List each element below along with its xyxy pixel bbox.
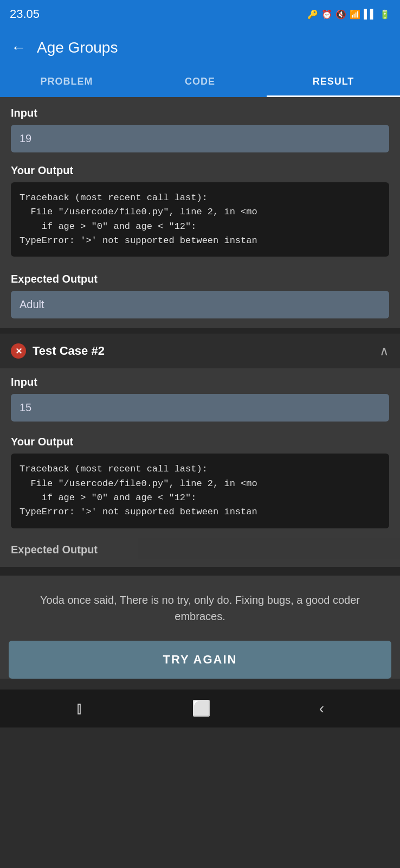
try-again-button[interactable]: TRY AGAIN [9,641,391,679]
input-value-1: 19 [11,125,389,152]
test-case-1-input-section: Input 19 [0,97,400,162]
yoda-text: Yoda once said, There is no try, only do… [16,592,384,624]
your-output-label-2: Your Output [11,436,389,448]
expected-output-value-1: Adult [11,291,389,318]
status-time: 23.05 [10,7,40,21]
nav-back-button[interactable]: ‹ [319,700,324,717]
mute-icon: 🔇 [336,9,346,20]
test-case-2-header: ✕ Test Case #2 ∧ [0,334,400,368]
chevron-up-icon[interactable]: ∧ [379,343,389,359]
your-output-value-2: Traceback (most recent call last): File … [11,454,389,528]
back-button[interactable]: ← [11,39,26,56]
battery-icon: 🔋 [379,9,390,20]
expected-output-partial-spacer [0,559,400,567]
your-output-label-1: Your Output [11,164,389,177]
tab-code[interactable]: CODE [133,67,267,96]
status-bar: 23.05 🔑 ⏰ 🔇 📶 ▌▌ 🔋 [0,0,400,28]
test-case-2-title: Test Case #2 [33,344,105,358]
page-title: Age Groups [37,39,118,56]
tab-result[interactable]: RESULT [267,67,400,96]
input-label-2: Input [11,376,389,388]
status-icons: 🔑 ⏰ 🔇 📶 ▌▌ 🔋 [307,9,390,20]
test-case-2-left: ✕ Test Case #2 [11,343,105,359]
app-bar: ← Age Groups [0,28,400,67]
wifi-icon: 📶 [350,9,360,20]
alarm-icon: ⏰ [321,9,332,20]
test-case-2-input-section: Input 15 [0,368,400,431]
nav-home-button[interactable]: ⬜ [192,699,211,717]
fail-icon-2: ✕ [11,343,26,359]
your-output-value-1: Traceback (most recent call last): File … [11,182,389,257]
nav-menu-button[interactable]: ⫿ [76,699,83,717]
input-label-1: Input [11,107,389,119]
signal-icon: ▌▌ [364,9,376,19]
input-value-2: 15 [11,394,389,422]
tabs-bar: PROBLEM CODE RESULT [0,67,400,97]
your-output-section-1: Your Output Traceback (most recent call … [0,162,400,266]
divider-1 [0,328,400,334]
expected-output-section-1: Expected Output Adult [0,266,400,328]
your-output-section-2: Your Output Traceback (most recent call … [0,431,400,538]
tab-problem[interactable]: PROBLEM [0,67,133,96]
key-icon: 🔑 [307,9,318,20]
yoda-section: Yoda once said, There is no try, only do… [0,576,400,635]
expected-output-label-1: Expected Output [11,273,389,285]
main-content: Input 19 Your Output Traceback (most rec… [0,97,400,679]
divider-2 [0,567,400,576]
expected-output-label-2-partial: Expected Output [0,538,400,559]
nav-bar: ⫿ ⬜ ‹ [0,690,400,727]
